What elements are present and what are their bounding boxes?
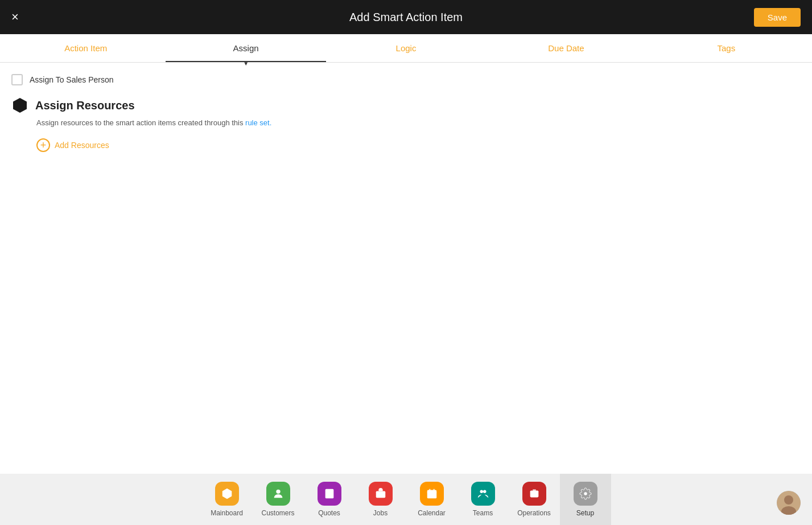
assign-sales-row: Assign To Sales Person xyxy=(11,74,801,85)
tab-assign[interactable]: Assign xyxy=(166,34,325,62)
calendar-icon xyxy=(420,482,444,506)
tab-tags[interactable]: Tags xyxy=(646,34,806,62)
nav-item-jobs[interactable]: Jobs xyxy=(355,474,406,525)
nav-item-customers[interactable]: Customers xyxy=(253,474,304,525)
svg-point-19 xyxy=(784,495,793,505)
add-resources-button[interactable]: + Add Resources xyxy=(36,138,109,152)
header: × Add Smart Action Item Save xyxy=(0,0,812,34)
mainboard-label: Mainboard xyxy=(211,509,243,517)
avatar[interactable] xyxy=(777,491,801,515)
jobs-icon xyxy=(369,482,393,506)
nav-item-mainboard[interactable]: Mainboard xyxy=(201,474,253,525)
add-resources-label: Add Resources xyxy=(55,141,109,150)
assign-sales-label: Assign To Sales Person xyxy=(30,75,114,84)
tab-action-item[interactable]: Action Item xyxy=(6,34,166,62)
tab-logic[interactable]: Logic xyxy=(326,34,486,62)
assign-resources-description: Assign resources to the smart action ite… xyxy=(36,118,801,127)
page-title: Add Smart Action Item xyxy=(349,11,463,24)
nav-item-setup[interactable]: Setup xyxy=(560,474,611,525)
bottom-nav: Mainboard Customers Quotes xyxy=(0,474,812,525)
nav-item-quotes[interactable]: Quotes xyxy=(304,474,355,525)
svg-point-17 xyxy=(584,492,587,495)
svg-rect-6 xyxy=(376,491,385,498)
save-button[interactable]: Save xyxy=(754,8,801,27)
svg-rect-14 xyxy=(530,491,538,498)
main-content: Assign To Sales Person Assign Resources … xyxy=(0,63,812,474)
tabs-bar: Action Item Assign Logic Due Date Tags xyxy=(0,34,812,63)
tab-due-date[interactable]: Due Date xyxy=(486,34,646,62)
customers-label: Customers xyxy=(261,509,294,517)
add-resources-icon: + xyxy=(36,138,50,152)
svg-rect-8 xyxy=(427,490,436,499)
setup-icon xyxy=(574,482,597,506)
mainboard-icon xyxy=(215,482,239,506)
svg-marker-0 xyxy=(13,98,27,113)
hexagon-icon xyxy=(11,97,28,114)
quotes-icon xyxy=(318,482,341,506)
svg-point-1 xyxy=(276,490,280,494)
close-button[interactable]: × xyxy=(11,11,19,23)
operations-icon xyxy=(522,482,546,506)
setup-label: Setup xyxy=(576,509,594,517)
customers-icon xyxy=(266,482,290,506)
nav-item-teams[interactable]: Teams xyxy=(457,474,509,525)
teams-label: Teams xyxy=(473,509,493,517)
svg-point-13 xyxy=(483,490,487,494)
assign-resources-title: Assign Resources xyxy=(35,99,135,112)
svg-point-12 xyxy=(480,490,483,494)
calendar-label: Calendar xyxy=(418,509,446,517)
quotes-label: Quotes xyxy=(318,509,340,517)
nav-item-operations[interactable]: Operations xyxy=(509,474,560,525)
nav-item-calendar[interactable]: Calendar xyxy=(406,474,457,525)
operations-label: Operations xyxy=(517,509,551,517)
jobs-label: Jobs xyxy=(373,509,388,517)
section-header: Assign Resources xyxy=(11,97,801,114)
teams-icon xyxy=(471,482,495,506)
assign-sales-checkbox[interactable] xyxy=(11,74,23,85)
